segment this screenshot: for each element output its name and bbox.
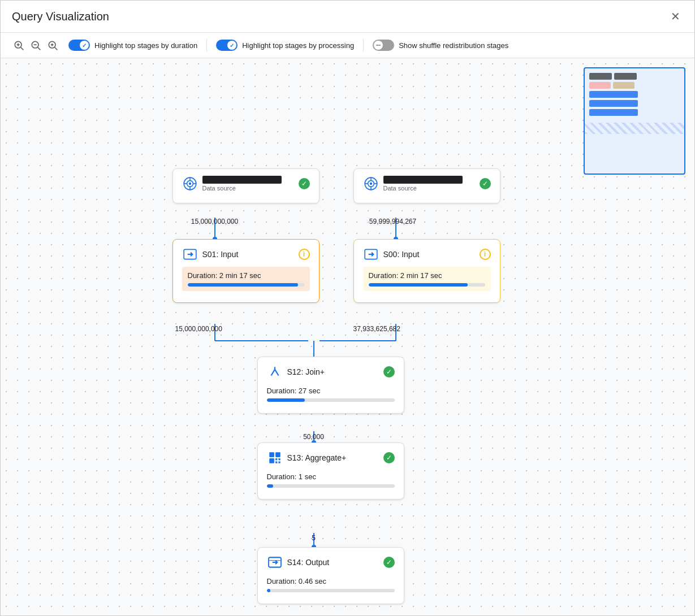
s00-info-icon[interactable]: i [480, 249, 491, 260]
s13-duration: Duration: 1 sec [267, 472, 395, 481]
s00-progress-bar [369, 283, 485, 287]
svg-rect-42 [269, 452, 274, 457]
s01-progress-fill [188, 283, 299, 287]
s14-status: ✓ [383, 557, 395, 568]
s14-node[interactable]: S14: Output ✓ Duration: 0.46 sec [257, 547, 404, 604]
s12-title: S12: Join+ [287, 367, 325, 376]
s13-header: S13: Aggregate+ ✓ [267, 450, 395, 466]
s13-progress-fill [267, 484, 273, 488]
datasource1-node[interactable]: Data source ✓ [172, 168, 320, 203]
s01-icon [182, 246, 198, 262]
dialog-header: Query Visualization ✕ [1, 1, 694, 33]
zoom-out-button[interactable] [29, 38, 42, 52]
minimap-block-6 [589, 100, 638, 107]
svg-line-1 [21, 47, 24, 50]
minimap-block-1 [589, 73, 612, 80]
s14-body: Duration: 0.46 sec [267, 575, 395, 597]
minimap[interactable] [584, 67, 685, 175]
s01-title-group: S01: Input [182, 246, 239, 262]
datasource1-name-redacted [202, 176, 282, 184]
toggle-processing-label: Highlight top stages by processing [242, 41, 354, 50]
toolbar: ✓ Highlight top stages by duration ✓ Hig… [1, 33, 694, 58]
main-content: Data source ✓ 15,000,000,000 [1, 58, 694, 615]
s01-header: S01: Input i [182, 246, 310, 262]
s14-icon [267, 554, 283, 570]
s01-node[interactable]: S01: Input i Duration: 2 min 17 sec [172, 239, 320, 303]
s00-rowcount: 37,933,625,682 [353, 325, 400, 333]
s00-node[interactable]: S00: Input i Duration: 2 min 17 sec [353, 239, 500, 303]
canvas-area[interactable]: Data source ✓ 15,000,000,000 [1, 58, 694, 615]
minimap-block-2 [614, 73, 637, 80]
toggle-highlight-duration[interactable]: ✓ Highlight top stages by duration [68, 40, 197, 51]
toggle-shuffle-track[interactable] [373, 40, 394, 51]
s12-header: S12: Join+ ✓ [267, 364, 395, 380]
minimap-row-5 [589, 109, 680, 116]
minimap-row-1 [589, 73, 680, 80]
svg-point-25 [188, 183, 191, 185]
minimap-block-7 [589, 109, 638, 116]
s01-title: S01: Input [202, 250, 239, 259]
svg-rect-43 [275, 452, 280, 457]
s14-progress-bar [267, 589, 395, 592]
minimap-inner [585, 68, 684, 120]
s01-duration-box: Duration: 2 min 17 sec [182, 267, 310, 291]
s00-title: S00: Input [383, 250, 420, 259]
s13-progress-bar [267, 484, 395, 488]
minimap-block-4 [613, 82, 634, 89]
svg-point-9 [51, 44, 53, 46]
minimap-row-3 [589, 91, 680, 98]
minimap-hatch [585, 123, 684, 134]
datasource1-icon [182, 176, 198, 192]
s13-icon [267, 450, 283, 466]
svg-point-32 [369, 183, 372, 185]
s00-icon [363, 246, 379, 262]
datasource2-name-redacted [383, 176, 463, 184]
s00-progress-fill [369, 283, 468, 287]
s14-duration: Duration: 0.46 sec [267, 577, 395, 585]
s13-node[interactable]: S13: Aggregate+ ✓ Duration: 1 sec [257, 443, 404, 500]
query-visualization-dialog: Query Visualization ✕ [0, 0, 695, 616]
s00-title-group: S00: Input [363, 246, 420, 262]
toggle-processing-track[interactable]: ✓ [216, 40, 238, 51]
toggle-processing-thumb: ✓ [227, 41, 236, 50]
dialog-title: Query Visualization [12, 10, 109, 23]
s01-duration: Duration: 2 min 17 sec [188, 271, 304, 280]
zoom-in-button[interactable] [12, 38, 25, 52]
s00-duration-box: Duration: 2 min 17 sec [363, 267, 491, 291]
toggle-shuffle-label: Show shuffle redistribution stages [399, 41, 508, 50]
toggle-shuffle-thumb [374, 41, 383, 50]
s12-duration: Duration: 27 sec [267, 387, 395, 395]
flow-diagram: Data source ✓ 15,000,000,000 [93, 70, 602, 615]
close-button[interactable]: ✕ [667, 8, 683, 24]
s12-progress-fill [267, 398, 305, 402]
s01-info-icon[interactable]: i [299, 249, 310, 260]
svg-line-39 [271, 370, 275, 376]
svg-line-5 [38, 47, 41, 50]
svg-rect-44 [269, 458, 274, 463]
s14-title: S14: Output [287, 558, 330, 567]
datasource1-subtitle: Data source [202, 185, 282, 192]
s13-rowcount: 5 [312, 534, 316, 542]
s12-node[interactable]: S12: Join+ ✓ Duration: 27 sec [257, 357, 404, 414]
s13-title: S13: Aggregate+ [287, 453, 347, 462]
toggle-show-shuffle[interactable]: Show shuffle redistribution stages [373, 40, 508, 51]
s01-rowcount: 15,000,000,000 [175, 325, 222, 333]
toggle-duration-thumb: ✓ [80, 41, 89, 50]
toolbar-separator-2 [363, 38, 364, 52]
toggle-highlight-processing[interactable]: ✓ Highlight top stages by processing [216, 40, 354, 51]
minimap-block-5 [589, 91, 638, 98]
toolbar-separator-1 [206, 38, 207, 52]
datasource2-node[interactable]: Data source ✓ [353, 168, 500, 203]
toggle-duration-track[interactable]: ✓ [68, 40, 90, 51]
s12-body: Duration: 27 sec [267, 384, 395, 406]
datasource2-icon [363, 176, 379, 192]
datasource1-header: Data source ✓ [182, 176, 310, 192]
s13-status: ✓ [383, 452, 395, 463]
datasource2-header: Data source ✓ [363, 176, 491, 192]
minimap-block-3 [589, 82, 611, 89]
svg-line-8 [55, 47, 58, 50]
flow-connectors [93, 70, 602, 615]
zoom-reset-button[interactable] [46, 38, 59, 52]
toggle-duration-label: Highlight top stages by duration [94, 41, 197, 50]
s12-rowcount: 50,000 [303, 433, 324, 441]
